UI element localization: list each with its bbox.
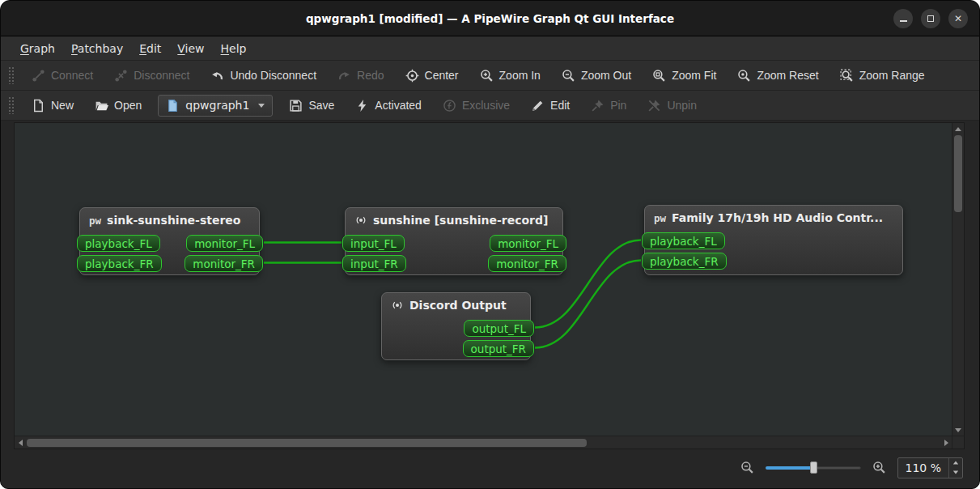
session-selector[interactable]: qpwgraph1 [158, 95, 273, 117]
open-button[interactable]: Open [85, 95, 151, 117]
undo-disconnect-button[interactable]: Undo Disconnect [201, 65, 326, 87]
statusbar-zoom-in-button[interactable] [872, 461, 886, 474]
zoom-in-button[interactable]: Zoom In [470, 65, 550, 87]
activated-label: Activated [375, 99, 422, 112]
port-output-fl[interactable]: output_FL [464, 320, 534, 337]
port-monitor-fl[interactable]: monitor_FL [490, 235, 566, 252]
pipewire-icon: pw [89, 215, 101, 227]
port-monitor-fr[interactable]: monitor_FR [488, 255, 566, 272]
menu-edit[interactable]: Edit [131, 36, 169, 60]
port-playback-fl[interactable]: playback_FL [642, 232, 725, 249]
redo-button[interactable]: Redo [328, 65, 393, 87]
scroll-left-button[interactable] [15, 437, 26, 449]
zoom-spinbox[interactable]: 110 % [897, 457, 963, 478]
toolbar-drag-handle[interactable] [8, 66, 15, 84]
save-button[interactable]: Save [279, 95, 344, 117]
zoom-reset-label: Zoom Reset [757, 69, 818, 82]
graph-canvas[interactable]: pw sink-sunshine-stereo playback_FL play… [15, 123, 952, 436]
port-output-fr[interactable]: output_FR [463, 340, 534, 357]
port-playback-fl[interactable]: playback_FL [77, 235, 160, 252]
maximize-button[interactable] [921, 9, 940, 28]
menu-graph[interactable]: Graph [12, 36, 63, 60]
monitor-icon [391, 299, 404, 312]
arrow-right-icon [944, 440, 948, 446]
node-sink-sunshine-stereo[interactable]: pw sink-sunshine-stereo playback_FL play… [79, 207, 260, 275]
port-monitor-fr[interactable]: monitor_FR [185, 255, 263, 272]
port-playback-fr[interactable]: playback_FR [642, 253, 727, 270]
exclusive-button[interactable]: Exclusive [433, 95, 520, 117]
minimize-icon [900, 20, 907, 22]
zoom-reset-button[interactable]: Zoom Reset [728, 65, 828, 87]
zoom-range-button[interactable]: Zoom Range [830, 65, 935, 87]
window-title: qpwgraph1 [modified] — A PipeWire Graph … [306, 12, 674, 25]
port-monitor-fl[interactable]: monitor_FL [186, 235, 263, 252]
statusbar-zoom-out-button[interactable] [740, 461, 754, 474]
node-discord-output[interactable]: Discord Output output_FL output_FR [381, 292, 531, 360]
zoom-in-label: Zoom In [499, 69, 541, 82]
port-label: output_FR [471, 342, 526, 355]
menu-patchbay[interactable]: Patchbay [63, 36, 131, 60]
new-file-icon [32, 99, 45, 113]
horizontal-scroll-thumb[interactable] [27, 439, 587, 447]
minimize-button[interactable] [893, 9, 913, 28]
edit-button[interactable]: Edit [521, 95, 579, 117]
disconnect-button[interactable]: Disconnect [104, 65, 199, 87]
titlebar[interactable]: qpwgraph1 [modified] — A PipeWire Graph … [1, 1, 979, 36]
connect-button[interactable]: Connect [22, 65, 103, 87]
node-family-hd-audio[interactable]: pw Family 17h/19h HD Audio Contr... play… [644, 205, 903, 275]
zoom-fit-icon [652, 69, 666, 83]
exclusive-icon [443, 99, 456, 113]
new-label: New [51, 99, 74, 112]
vertical-scroll-thumb[interactable] [954, 135, 962, 212]
pin-label: Pin [610, 99, 626, 112]
node-sunshine-record[interactable]: sunshine [sunshine-record] input_FL inpu… [345, 207, 563, 275]
undo-label: Undo Disconnect [230, 69, 316, 82]
port-label: playback_FL [650, 235, 717, 248]
scroll-right-button[interactable] [940, 437, 952, 449]
pin-button[interactable]: Pin [581, 95, 636, 117]
port-label: playback_FL [85, 237, 152, 250]
zoom-slider-thumb[interactable] [810, 461, 817, 474]
pin-icon [591, 99, 605, 113]
new-button[interactable]: New [22, 95, 83, 117]
close-button[interactable]: ✕ [948, 9, 968, 28]
unpin-button[interactable]: Unpin [638, 95, 706, 117]
session-file-icon [166, 99, 180, 113]
activated-lightning-icon [355, 99, 369, 113]
center-label: Center [425, 69, 459, 82]
port-label: monitor_FL [498, 237, 558, 250]
zoom-fit-label: Zoom Fit [672, 69, 716, 82]
menu-view[interactable]: View [169, 36, 212, 60]
app-window: qpwgraph1 [modified] — A PipeWire Graph … [0, 0, 980, 489]
horizontal-scrollbar[interactable] [15, 436, 952, 449]
port-label: input_FR [350, 257, 398, 270]
zoom-out-button[interactable]: Zoom Out [552, 65, 641, 87]
toolbar-drag-handle[interactable] [8, 96, 15, 114]
vertical-scrollbar[interactable] [952, 123, 964, 436]
activated-button[interactable]: Activated [346, 95, 431, 117]
node-title: Discord Output [409, 299, 507, 312]
undo-icon [210, 69, 224, 83]
scroll-down-button[interactable] [952, 424, 964, 436]
monitor-icon [354, 214, 367, 227]
port-playback-fr[interactable]: playback_FR [77, 255, 162, 272]
menubar: Graph Patchbay Edit View Help [1, 36, 979, 61]
zoom-slider[interactable] [766, 461, 861, 475]
scroll-up-button[interactable] [952, 123, 964, 134]
zoom-fit-button[interactable]: Zoom Fit [643, 65, 726, 87]
port-input-fr[interactable]: input_FR [342, 255, 406, 272]
port-label: monitor_FR [193, 257, 255, 270]
zoom-spin-up-button[interactable] [949, 458, 962, 468]
port-label: input_FL [350, 237, 397, 250]
port-input-fl[interactable]: input_FL [342, 235, 405, 252]
zoom-spin-down-button[interactable] [949, 468, 962, 478]
unpin-icon [647, 99, 661, 113]
zoom-value[interactable]: 110 % [898, 458, 948, 478]
disconnect-label: Disconnect [134, 69, 189, 82]
menu-help[interactable]: Help [213, 36, 255, 60]
connect-label: Connect [51, 69, 93, 82]
center-button[interactable]: Center [396, 65, 469, 87]
port-label: playback_FR [650, 255, 719, 268]
arrow-down-icon [953, 471, 958, 474]
node-title: sunshine [sunshine-record] [373, 214, 548, 227]
